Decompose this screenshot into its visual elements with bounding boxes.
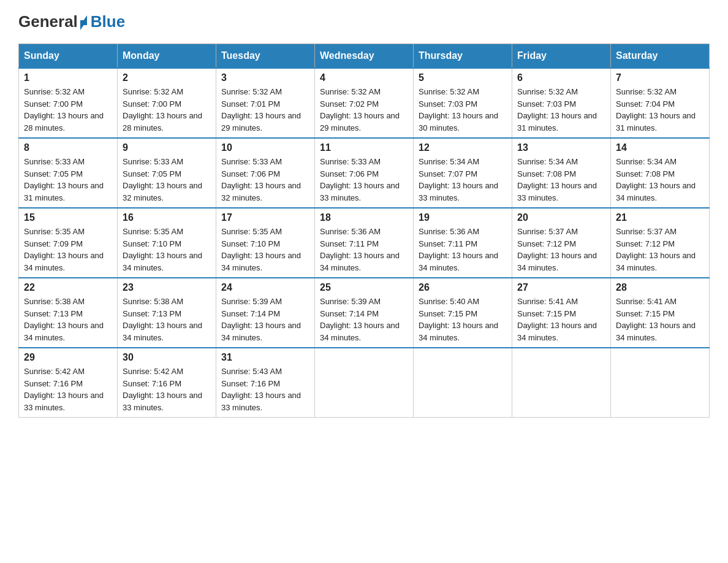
day-info: Sunrise: 5:33 AMSunset: 7:06 PMDaylight:… xyxy=(221,157,301,202)
day-number: 28 xyxy=(616,282,704,293)
day-info: Sunrise: 5:33 AMSunset: 7:05 PMDaylight:… xyxy=(24,157,104,202)
day-number: 13 xyxy=(517,142,605,153)
weekday-header-friday: Friday xyxy=(512,44,611,69)
calendar-day-cell: 24 Sunrise: 5:39 AMSunset: 7:14 PMDaylig… xyxy=(216,278,315,348)
calendar-day-cell: 5 Sunrise: 5:32 AMSunset: 7:03 PMDayligh… xyxy=(414,68,512,138)
weekday-header-row: SundayMondayTuesdayWednesdayThursdayFrid… xyxy=(19,44,710,69)
day-number: 5 xyxy=(419,72,507,83)
calendar-day-cell: 29 Sunrise: 5:42 AMSunset: 7:16 PMDaylig… xyxy=(19,348,118,418)
calendar-day-cell: 23 Sunrise: 5:38 AMSunset: 7:13 PMDaylig… xyxy=(118,278,216,348)
day-number: 15 xyxy=(24,212,112,223)
day-number: 14 xyxy=(616,142,704,153)
calendar-day-cell: 11 Sunrise: 5:33 AMSunset: 7:06 PMDaylig… xyxy=(315,138,414,208)
day-number: 20 xyxy=(517,212,605,223)
weekday-header-tuesday: Tuesday xyxy=(216,44,315,69)
day-info: Sunrise: 5:40 AMSunset: 7:15 PMDaylight:… xyxy=(419,297,498,342)
calendar-day-cell: 31 Sunrise: 5:43 AMSunset: 7:16 PMDaylig… xyxy=(216,348,315,418)
weekday-header-saturday: Saturday xyxy=(611,44,710,69)
calendar-header: SundayMondayTuesdayWednesdayThursdayFrid… xyxy=(19,44,710,69)
day-info: Sunrise: 5:32 AMSunset: 7:01 PMDaylight:… xyxy=(221,87,301,132)
day-number: 27 xyxy=(517,282,605,293)
calendar-day-cell: 2 Sunrise: 5:32 AMSunset: 7:00 PMDayligh… xyxy=(118,68,216,138)
calendar-day-cell: 6 Sunrise: 5:32 AMSunset: 7:03 PMDayligh… xyxy=(512,68,611,138)
calendar-day-cell: 20 Sunrise: 5:37 AMSunset: 7:12 PMDaylig… xyxy=(512,208,611,278)
day-number: 6 xyxy=(517,72,605,83)
day-number: 26 xyxy=(419,282,507,293)
day-info: Sunrise: 5:35 AMSunset: 7:10 PMDaylight:… xyxy=(221,227,301,272)
calendar-day-cell: 30 Sunrise: 5:42 AMSunset: 7:16 PMDaylig… xyxy=(118,348,216,418)
calendar-day-cell: 12 Sunrise: 5:34 AMSunset: 7:07 PMDaylig… xyxy=(414,138,512,208)
day-info: Sunrise: 5:42 AMSunset: 7:16 PMDaylight:… xyxy=(24,367,104,412)
day-info: Sunrise: 5:33 AMSunset: 7:05 PMDaylight:… xyxy=(123,157,202,202)
day-info: Sunrise: 5:39 AMSunset: 7:14 PMDaylight:… xyxy=(320,297,400,342)
empty-cell xyxy=(512,348,611,418)
day-info: Sunrise: 5:32 AMSunset: 7:03 PMDaylight:… xyxy=(517,87,597,132)
day-info: Sunrise: 5:41 AMSunset: 7:15 PMDaylight:… xyxy=(517,297,597,342)
logo-general-text: General xyxy=(18,12,78,31)
calendar-body: 1 Sunrise: 5:32 AMSunset: 7:00 PMDayligh… xyxy=(19,68,710,418)
day-info: Sunrise: 5:34 AMSunset: 7:08 PMDaylight:… xyxy=(616,157,696,202)
day-info: Sunrise: 5:33 AMSunset: 7:06 PMDaylight:… xyxy=(320,157,400,202)
calendar-week-row: 22 Sunrise: 5:38 AMSunset: 7:13 PMDaylig… xyxy=(19,278,710,348)
weekday-header-wednesday: Wednesday xyxy=(315,44,414,69)
calendar-day-cell: 14 Sunrise: 5:34 AMSunset: 7:08 PMDaylig… xyxy=(611,138,710,208)
calendar-day-cell: 25 Sunrise: 5:39 AMSunset: 7:14 PMDaylig… xyxy=(315,278,414,348)
calendar-day-cell: 16 Sunrise: 5:35 AMSunset: 7:10 PMDaylig… xyxy=(118,208,216,278)
calendar-day-cell: 18 Sunrise: 5:36 AMSunset: 7:11 PMDaylig… xyxy=(315,208,414,278)
calendar-day-cell: 28 Sunrise: 5:41 AMSunset: 7:15 PMDaylig… xyxy=(611,278,710,348)
day-number: 25 xyxy=(320,282,408,293)
weekday-header-sunday: Sunday xyxy=(19,44,118,69)
calendar-week-row: 29 Sunrise: 5:42 AMSunset: 7:16 PMDaylig… xyxy=(19,348,710,418)
calendar-day-cell: 10 Sunrise: 5:33 AMSunset: 7:06 PMDaylig… xyxy=(216,138,315,208)
empty-cell xyxy=(315,348,414,418)
day-number: 18 xyxy=(320,212,408,223)
day-info: Sunrise: 5:36 AMSunset: 7:11 PMDaylight:… xyxy=(320,227,400,272)
day-number: 9 xyxy=(123,142,211,153)
day-info: Sunrise: 5:38 AMSunset: 7:13 PMDaylight:… xyxy=(123,297,202,342)
day-info: Sunrise: 5:38 AMSunset: 7:13 PMDaylight:… xyxy=(24,297,104,342)
day-number: 1 xyxy=(24,72,112,83)
day-number: 24 xyxy=(221,282,309,293)
day-info: Sunrise: 5:32 AMSunset: 7:00 PMDaylight:… xyxy=(123,87,202,132)
calendar-day-cell: 26 Sunrise: 5:40 AMSunset: 7:15 PMDaylig… xyxy=(414,278,512,348)
day-info: Sunrise: 5:35 AMSunset: 7:10 PMDaylight:… xyxy=(123,227,202,272)
day-number: 11 xyxy=(320,142,408,153)
day-number: 12 xyxy=(419,142,507,153)
day-number: 23 xyxy=(123,282,211,293)
calendar-day-cell: 9 Sunrise: 5:33 AMSunset: 7:05 PMDayligh… xyxy=(118,138,216,208)
day-number: 17 xyxy=(221,212,309,223)
calendar-day-cell: 4 Sunrise: 5:32 AMSunset: 7:02 PMDayligh… xyxy=(315,68,414,138)
calendar-day-cell: 21 Sunrise: 5:37 AMSunset: 7:12 PMDaylig… xyxy=(611,208,710,278)
calendar-day-cell: 15 Sunrise: 5:35 AMSunset: 7:09 PMDaylig… xyxy=(19,208,118,278)
day-info: Sunrise: 5:32 AMSunset: 7:02 PMDaylight:… xyxy=(320,87,400,132)
day-number: 30 xyxy=(123,352,211,363)
day-info: Sunrise: 5:43 AMSunset: 7:16 PMDaylight:… xyxy=(221,367,301,412)
calendar-day-cell: 3 Sunrise: 5:32 AMSunset: 7:01 PMDayligh… xyxy=(216,68,315,138)
logo: General General Blue xyxy=(18,12,150,31)
weekday-header-monday: Monday xyxy=(118,44,216,69)
logo-blue-text: Blue xyxy=(91,12,150,31)
day-number: 19 xyxy=(419,212,507,223)
empty-cell xyxy=(611,348,710,418)
day-number: 21 xyxy=(616,212,704,223)
day-info: Sunrise: 5:32 AMSunset: 7:03 PMDaylight:… xyxy=(419,87,498,132)
day-number: 7 xyxy=(616,72,704,83)
calendar-day-cell: 27 Sunrise: 5:41 AMSunset: 7:15 PMDaylig… xyxy=(512,278,611,348)
day-number: 3 xyxy=(221,72,309,83)
day-info: Sunrise: 5:32 AMSunset: 7:04 PMDaylight:… xyxy=(616,87,696,132)
page-header: General General Blue xyxy=(18,12,710,31)
day-info: Sunrise: 5:36 AMSunset: 7:11 PMDaylight:… xyxy=(419,227,498,272)
calendar-day-cell: 13 Sunrise: 5:34 AMSunset: 7:08 PMDaylig… xyxy=(512,138,611,208)
calendar-week-row: 8 Sunrise: 5:33 AMSunset: 7:05 PMDayligh… xyxy=(19,138,710,208)
weekday-header-thursday: Thursday xyxy=(414,44,512,69)
day-number: 2 xyxy=(123,72,211,83)
day-info: Sunrise: 5:34 AMSunset: 7:07 PMDaylight:… xyxy=(419,157,498,202)
day-number: 8 xyxy=(24,142,112,153)
day-number: 31 xyxy=(221,352,309,363)
day-info: Sunrise: 5:37 AMSunset: 7:12 PMDaylight:… xyxy=(616,227,696,272)
day-number: 29 xyxy=(24,352,112,363)
day-info: Sunrise: 5:42 AMSunset: 7:16 PMDaylight:… xyxy=(123,367,202,412)
calendar-day-cell: 7 Sunrise: 5:32 AMSunset: 7:04 PMDayligh… xyxy=(611,68,710,138)
day-number: 10 xyxy=(221,142,309,153)
calendar-week-row: 15 Sunrise: 5:35 AMSunset: 7:09 PMDaylig… xyxy=(19,208,710,278)
